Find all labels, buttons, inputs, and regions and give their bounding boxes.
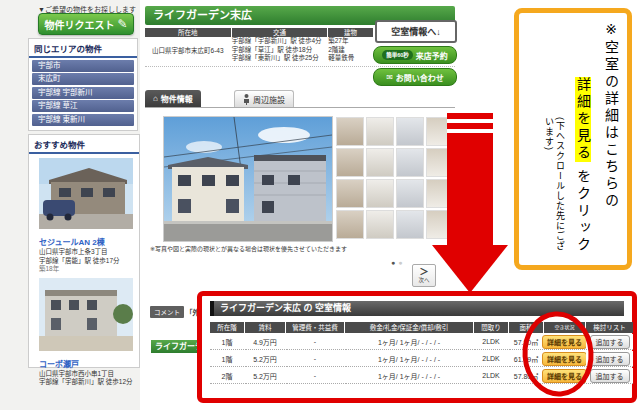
add-to-list-button[interactable]: 追加する: [590, 369, 630, 383]
red-arrow-shaft: [447, 113, 493, 245]
cell-area: 57.80㎡: [509, 368, 543, 384]
info-building-structure: 軽量鉄骨: [328, 54, 373, 63]
cell-rent: 5.2万円: [245, 351, 285, 367]
thumbnail[interactable]: [366, 148, 394, 177]
sidebar-item-ubeshinkawa[interactable]: 宇部線 宇部新川: [32, 87, 134, 99]
divider: [145, 66, 455, 67]
contact-label: お問い合わせ: [396, 72, 444, 83]
pager-dot: ●: [398, 259, 405, 266]
info-header-access: 交通: [232, 28, 328, 37]
annotation-note-box: ※空室の詳細はこちらの 詳細を見る をクリック (下へスクロールした先にございま…: [514, 8, 632, 270]
recommended-card-1-address: 山口県宇部市上条3丁目: [39, 248, 133, 257]
sixty-seconds-badge: 簡単60秒: [382, 50, 413, 60]
thumbnail[interactable]: [396, 179, 424, 208]
add-to-list-button[interactable]: 追加する: [590, 335, 630, 349]
tab-surroundings[interactable]: 周辺施設: [234, 90, 294, 107]
mail-icon: ✉: [386, 73, 393, 82]
tab-property-info-label: 物件情報: [161, 93, 193, 104]
vacancy-info-button[interactable]: 空室情報へ↓: [375, 20, 457, 43]
cell-layout: 2LDK: [474, 368, 508, 384]
cell-deposit: 1ヶ月/ 1ヶ月/ - / - / -: [345, 351, 473, 367]
request-button-label: 物件リクエスト: [44, 17, 114, 32]
home-icon: ⌂: [153, 94, 158, 103]
cell-fee: -: [286, 351, 344, 367]
sidebar-item-suehiro[interactable]: 末広町: [32, 73, 134, 85]
recommended-card-1-access: 宇部線「居能」駅 徒歩17分: [39, 257, 133, 266]
recommended-card-2-name[interactable]: コーポ瀬戸: [39, 358, 133, 369]
tab-underline: [145, 107, 455, 108]
thumbnail[interactable]: [396, 210, 424, 239]
same-area-box: 同じエリアの物件 宇部市 末広町 宇部線 宇部新川 宇部線 草江 宇部線 東新川: [28, 38, 138, 131]
memo-pen-icon: ✎: [117, 17, 127, 31]
next-label: 次へ: [418, 277, 429, 283]
thumbnail-grid: [336, 117, 455, 239]
cell-floor: 2階: [210, 368, 244, 384]
info-address: 山口県宇部市末広町6-43: [145, 37, 231, 63]
same-area-title: 同じエリアの物件: [29, 39, 137, 58]
main-property-photo: [163, 116, 333, 242]
cell-layout: 2LDK: [474, 351, 508, 367]
thumbnail[interactable]: [366, 210, 394, 239]
cell-deposit: 1ヶ月/ 1ヶ月/ - / - / -: [345, 368, 473, 384]
detail-button[interactable]: 詳細を見る: [542, 352, 587, 366]
col-floor: 所在階: [210, 322, 244, 333]
visit-reservation-button[interactable]: 簡単60秒 来店予約: [373, 46, 457, 64]
annotation-line-2: 詳細を見る をクリック: [573, 21, 593, 257]
contact-button[interactable]: ✉ お問い合わせ: [373, 68, 457, 86]
annotation-highlight: 詳細を見る: [575, 77, 591, 162]
col-shortlist: 検討リスト: [586, 322, 633, 333]
cell-layout: 2LDK: [474, 334, 508, 350]
thumbnail[interactable]: [336, 117, 364, 146]
next-arrow-icon: ＞: [419, 268, 428, 277]
recommended-card-1-name[interactable]: セジュールAN 2棟: [39, 236, 133, 247]
thumbnail[interactable]: [366, 117, 394, 146]
detail-button[interactable]: 詳細を見る: [542, 369, 587, 383]
visit-reservation-label: 来店予約: [416, 50, 448, 61]
info-header-location: 所在地: [145, 28, 231, 37]
col-availability: 空き状況: [544, 322, 585, 333]
thumbnail[interactable]: [396, 148, 424, 177]
sidebar-item-higashishinkawa[interactable]: 宇部線 東新川: [32, 114, 134, 126]
vacancy-section-title: ライフガーデン末広 の 空室情報: [210, 301, 624, 316]
thumbnail[interactable]: [336, 210, 364, 239]
property-request-button[interactable]: 物件リクエスト ✎: [38, 13, 134, 35]
cell-rent: 5.2万円: [245, 368, 285, 384]
cell-floor: 1階: [210, 334, 244, 350]
info-building-floors: 2階建: [328, 46, 373, 55]
recommended-card-2-access: 宇部線「宇部新川」駅 徒歩12分: [39, 378, 133, 387]
cell-rent: 4.9万円: [245, 334, 285, 350]
pager-dots[interactable]: ●●: [391, 259, 405, 266]
recommended-title: おすすめ物件: [29, 135, 139, 154]
thumbnail[interactable]: [366, 179, 394, 208]
recommended-photo-2[interactable]: [39, 278, 133, 351]
col-area: 面積: [509, 322, 543, 333]
sidebar-item-kusae[interactable]: 宇部線 草江: [32, 100, 134, 112]
col-rent: 賃料: [245, 322, 285, 333]
cell-fee: -: [286, 368, 344, 384]
cell-fee: -: [286, 334, 344, 350]
info-header-building: 建物: [328, 28, 373, 37]
sidebar-item-ube-city[interactable]: 宇部市: [32, 60, 134, 72]
thumbnail[interactable]: [336, 148, 364, 177]
cell-area: 61.49㎡: [509, 351, 543, 367]
tab-property-info[interactable]: ⌂ 物件情報: [145, 90, 201, 107]
recommended-card-2-address: 山口県宇部市西小串1丁目: [39, 370, 133, 379]
info-access-1: 宇部線「宇部新川」駅 徒歩4分: [232, 37, 328, 46]
tab-surroundings-label: 周辺施設: [253, 94, 285, 105]
recommended-photo-1[interactable]: [39, 158, 133, 229]
detail-button[interactable]: 詳細を見る: [542, 335, 587, 349]
col-deposit: 敷金/礼金/保証金/償却/敷引: [345, 322, 473, 333]
property-info-table: 所在地 交通 建物 山口県宇部市末広町6-43 宇部線「宇部新川」駅 徒歩4分 …: [145, 28, 373, 63]
red-arrow-head: [432, 245, 508, 293]
col-layout: 間取り: [474, 322, 508, 333]
info-access-3: 宇部線「東新川」駅 徒歩25分: [232, 54, 328, 63]
recommended-box: おすすめ物件 セジュールAN 2棟 山口県宇部市上条3丁目 宇部線「居能」駅 徒…: [28, 134, 140, 368]
cell-deposit: 1ヶ月/ 1ヶ月/ - / - / -: [345, 334, 473, 350]
thumbnail[interactable]: [336, 179, 364, 208]
vacancy-section: ライフガーデン末広 の 空室情報 所在階 賃料 管理費・共益費 敷金/礼金/保証…: [197, 291, 637, 403]
add-to-list-button[interactable]: 追加する: [590, 352, 630, 366]
thumbnail[interactable]: [396, 117, 424, 146]
annotation-line-2-rest: をクリック: [575, 162, 591, 254]
page: ▼ご希望の物件をお探しします 物件リクエスト ✎ 同じエリアの物件 宇部市 末広…: [0, 0, 640, 410]
info-building-age: 築27年: [328, 37, 373, 46]
